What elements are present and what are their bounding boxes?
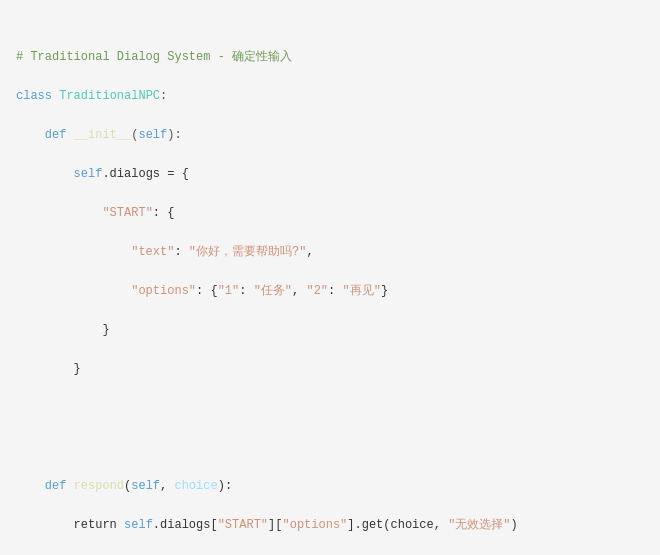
str-text-key: "text"	[131, 245, 174, 259]
str-task: "任务"	[254, 284, 292, 298]
str-bye: "再见"	[342, 284, 380, 298]
comment-1: # Traditional Dialog System - 确定性输入	[16, 50, 292, 64]
line-4: self.dialogs = {	[16, 165, 644, 185]
str-invalid: "无效选择"	[448, 518, 510, 532]
self-kw-4: self	[124, 518, 153, 532]
str-options-key: "options"	[131, 284, 196, 298]
line-9: }	[16, 360, 644, 380]
line-12: def respond(self, choice):	[16, 477, 644, 497]
plain-14: ):	[218, 479, 232, 493]
plain-10: }	[102, 323, 109, 337]
class-keyword: class	[16, 89, 52, 103]
plain-9: }	[381, 284, 388, 298]
plain-16: .dialogs[	[153, 518, 218, 532]
str-options-2: "options"	[282, 518, 347, 532]
param-choice: choice	[174, 479, 217, 493]
line-7: "options": {"1": "任务", "2": "再见"}	[16, 282, 644, 302]
self-kw-1: self	[138, 128, 167, 142]
line-2: class TraditionalNPC:	[16, 87, 644, 107]
plain-2: : {	[153, 206, 175, 220]
plain-7: ,	[292, 284, 306, 298]
plain-11: }	[74, 362, 81, 376]
str-text-val: "你好，需要帮助吗?"	[189, 245, 307, 259]
plain-17: ][	[268, 518, 282, 532]
punc-colon: :	[160, 89, 167, 103]
plain-5: : {	[196, 284, 218, 298]
line-13: return self.dialogs["START"]["options"].…	[16, 516, 644, 536]
self-kw-2: self	[74, 167, 103, 181]
str-2: "2"	[306, 284, 328, 298]
line-5: "START": {	[16, 204, 644, 224]
plain-15: return	[74, 518, 124, 532]
plain-18: ].get(choice,	[347, 518, 448, 532]
def-keyword-2: def	[45, 479, 67, 493]
plain-19: )	[511, 518, 518, 532]
punc-3: ):	[167, 128, 181, 142]
line-11	[16, 438, 644, 458]
line-10	[16, 399, 644, 419]
plain-6: :	[239, 284, 253, 298]
class-name-traditional: TraditionalNPC	[59, 89, 160, 103]
func-init-1: __init__	[74, 128, 132, 142]
func-respond-1: respond	[74, 479, 124, 493]
plain-1: .dialogs = {	[102, 167, 188, 181]
line-8: }	[16, 321, 644, 341]
plain-3: :	[174, 245, 188, 259]
line-3: def __init__(self):	[16, 126, 644, 146]
code-block: # Traditional Dialog System - 确定性输入 clas…	[0, 0, 660, 555]
line-1: # Traditional Dialog System - 确定性输入	[16, 48, 644, 68]
line-6: "text": "你好，需要帮助吗?",	[16, 243, 644, 263]
str-1: "1"	[218, 284, 240, 298]
plain-8: :	[328, 284, 342, 298]
def-keyword-1: def	[45, 128, 67, 142]
str-start: "START"	[102, 206, 152, 220]
plain-4: ,	[306, 245, 313, 259]
str-start-2: "START"	[218, 518, 268, 532]
plain-13: ,	[160, 479, 174, 493]
self-kw-3: self	[131, 479, 160, 493]
